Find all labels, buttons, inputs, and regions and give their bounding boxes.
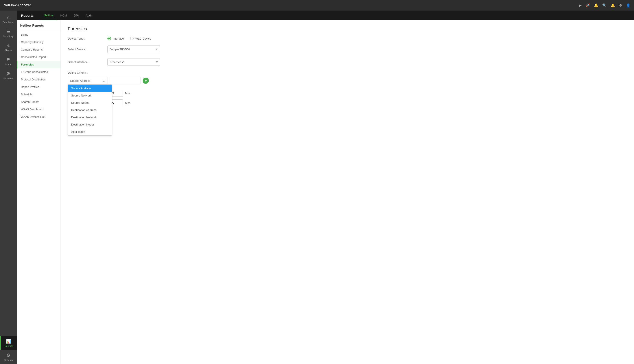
sidebar-item-inventory[interactable]: ☰ Inventory xyxy=(0,26,17,40)
tab-audit[interactable]: Audit xyxy=(82,10,96,20)
time-from-row: From 012 Hrs 270153045 Mns xyxy=(68,90,627,97)
device-type-row: Device Type : Interface WLC Device xyxy=(68,37,627,40)
maps-icon: ⚑ xyxy=(7,57,10,62)
sidebar-item-label: Inventory xyxy=(3,35,13,38)
from-mns-label: Mns xyxy=(125,92,131,95)
radio-circle-wlc xyxy=(130,37,134,40)
add-criteria-button[interactable]: + xyxy=(143,78,149,84)
select-device-label: Select Device : xyxy=(68,48,103,51)
secondary-sidebar-title: Netflow Reports xyxy=(17,20,61,31)
time-section: From 012 Hrs 270153045 Mns To xyxy=(68,90,627,106)
secondary-sidebar: Netflow Reports Billing Capacity Plannin… xyxy=(17,20,61,364)
nav-item-schedule[interactable]: Schedule xyxy=(17,91,61,98)
sidebar-item-label: Maps xyxy=(6,63,12,66)
dropdown-arrow-icon: ▲ xyxy=(103,80,105,82)
settings-icon: ⚙ xyxy=(7,352,10,358)
criteria-dropdown-container: Source Address ▲ Source Address Source N… xyxy=(68,77,107,84)
nav-item-search-report[interactable]: Search Report xyxy=(17,98,61,106)
tab-dpi[interactable]: DPI xyxy=(70,10,82,20)
dropdown-item-destination-network[interactable]: Destination Network xyxy=(68,114,112,121)
criteria-dropdown-menu: Source Address Source Network Source Nod… xyxy=(68,84,112,136)
dashboard-icon: ⌂ xyxy=(7,15,10,20)
radio-wlc[interactable]: WLC Device xyxy=(130,37,151,40)
select-device-dropdown[interactable]: JuniperSRX550 Router1 Switch1 xyxy=(107,46,160,53)
criteria-section: Define Criteria : Source Address ▲ So xyxy=(68,71,627,84)
sidebar-item-dashboard[interactable]: ⌂ Dashboard xyxy=(0,12,17,26)
radio-label-interface: Interface xyxy=(113,37,124,40)
sidebar-item-reports[interactable]: 📊 Reports xyxy=(0,336,17,350)
device-type-radio-group: Interface WLC Device xyxy=(107,37,151,40)
top-nav: Reports Netflow NCM DPI Audit xyxy=(17,10,634,20)
sidebar-item-label: Workflow xyxy=(3,77,13,80)
topbar-icons: ▶ 🚀 🔔 🔍 🔔 ⚙ 👤 xyxy=(579,3,630,8)
gear-icon[interactable]: ⚙ xyxy=(619,3,622,8)
app-title: NetFlow Analyzer xyxy=(4,3,31,7)
dropdown-item-destination-nodes[interactable]: Destination Nodes xyxy=(68,121,112,128)
rocket-icon[interactable]: 🚀 xyxy=(586,3,590,8)
generate-report-section: Generate Report xyxy=(68,112,627,123)
nav-item-waas-dashboard[interactable]: WAAS Dashboard xyxy=(17,106,61,113)
nav-item-capacity-planning[interactable]: Capacity Planning xyxy=(17,38,61,46)
main-layout: ⌂ Dashboard ☰ Inventory ⚠ Alarms ⚑ Maps … xyxy=(0,10,634,364)
radio-interface[interactable]: Interface xyxy=(107,37,124,40)
page-title: Forensics xyxy=(68,26,627,32)
nav-item-protocol-distribution[interactable]: Protocol Distribution xyxy=(17,76,61,83)
sidebar-item-workflow[interactable]: ⚙ Workflow xyxy=(0,68,17,82)
bell-alt-icon[interactable]: 🔔 xyxy=(594,3,598,8)
content-area: Forensics Device Type : Interface xyxy=(61,20,634,364)
search-icon[interactable]: 🔍 xyxy=(602,3,607,8)
nav-item-forensics[interactable]: Forensics xyxy=(17,61,61,68)
top-nav-title: Reports xyxy=(21,14,34,17)
tab-ncm[interactable]: NCM xyxy=(57,10,70,20)
inventory-icon: ☰ xyxy=(7,29,10,34)
time-to-row: To 102 Hrs 270153045 Mns xyxy=(68,99,627,106)
left-sidebar: ⌂ Dashboard ☰ Inventory ⚠ Alarms ⚑ Maps … xyxy=(0,10,17,364)
dropdown-item-source-nodes[interactable]: Source Nodes xyxy=(68,99,112,106)
content-with-nav: Reports Netflow NCM DPI Audit Netflow Re… xyxy=(17,10,634,364)
select-interface-dropdown[interactable]: Ethernet0/1 Ethernet0/2 Ethernet1/0 xyxy=(107,58,160,66)
nav-item-compare-reports[interactable]: Compare Reports xyxy=(17,46,61,54)
radio-label-wlc: WLC Device xyxy=(135,37,151,40)
criteria-label-row: Define Criteria : xyxy=(68,71,627,74)
define-criteria-label: Define Criteria : xyxy=(68,71,103,74)
nav-item-billing[interactable]: Billing xyxy=(17,31,61,38)
dropdown-item-application[interactable]: Application xyxy=(68,128,112,136)
criteria-selected-value: Source Address xyxy=(70,79,90,82)
device-type-label: Device Type : xyxy=(68,37,103,40)
to-mns-label: Mns xyxy=(125,101,131,105)
sidebar-item-label: Settings xyxy=(4,359,13,361)
select-device-row: Select Device : JuniperSRX550 Router1 Sw… xyxy=(68,46,627,53)
sidebar-item-maps[interactable]: ⚑ Maps xyxy=(0,54,17,68)
sidebar-item-settings[interactable]: ⚙ Settings xyxy=(0,350,17,364)
nav-item-waas-devices-list[interactable]: WAAS Devices List xyxy=(17,113,61,121)
nav-item-consolidated-report[interactable]: Consolidated Report xyxy=(17,54,61,61)
sidebar-item-label: Alarms xyxy=(5,49,12,52)
dropdown-item-destination-address[interactable]: Destination Address xyxy=(68,106,112,114)
select-interface-row: Select Interface : Ethernet0/1 Ethernet0… xyxy=(68,58,627,66)
nav-item-report-profiles[interactable]: Report Profiles xyxy=(17,83,61,91)
user-icon[interactable]: 👤 xyxy=(626,3,630,8)
nav-item-ipgroup-consolidated[interactable]: IPGroup Consolidated xyxy=(17,68,61,76)
alarms-icon: ⚠ xyxy=(7,43,10,48)
monitor-icon[interactable]: ▶ xyxy=(579,3,582,8)
notification-icon[interactable]: 🔔 xyxy=(611,3,615,8)
sidebar-item-label: Reports xyxy=(5,345,13,347)
criteria-row: Source Address ▲ Source Address Source N… xyxy=(68,77,627,84)
tab-netflow[interactable]: Netflow xyxy=(40,10,57,20)
topbar: NetFlow Analyzer ▶ 🚀 🔔 🔍 🔔 ⚙ 👤 xyxy=(0,0,634,10)
workflow-icon: ⚙ xyxy=(7,71,10,76)
radio-circle-interface xyxy=(107,37,111,40)
dropdown-item-source-address[interactable]: Source Address xyxy=(68,85,112,92)
sidebar-item-alarms[interactable]: ⚠ Alarms xyxy=(0,40,17,54)
dropdown-item-source-network[interactable]: Source Network xyxy=(68,92,112,99)
select-interface-label: Select Interface : xyxy=(68,60,103,64)
reports-icon: 📊 xyxy=(6,338,12,344)
sidebar-item-label: Dashboard xyxy=(3,21,14,24)
criteria-input-field[interactable] xyxy=(110,77,140,84)
criteria-dropdown-btn[interactable]: Source Address ▲ xyxy=(68,77,107,84)
